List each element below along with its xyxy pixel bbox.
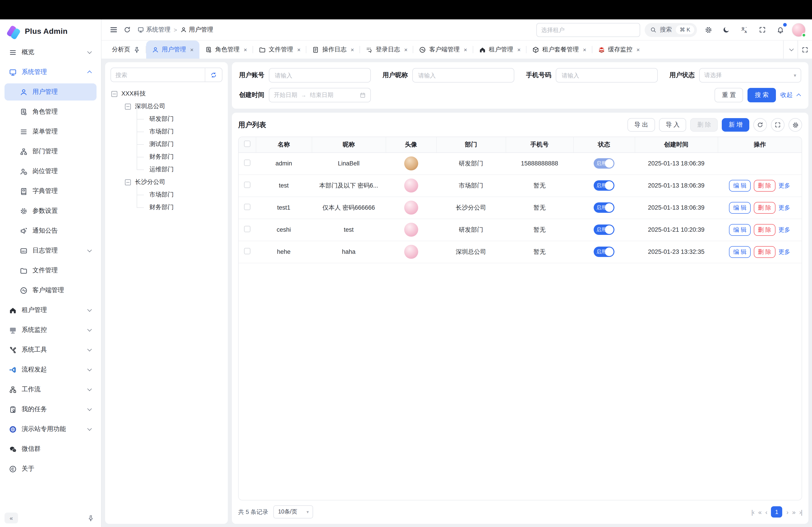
tab-role-mgmt[interactable]: 角色管理× bbox=[199, 41, 253, 59]
breadcrumb-system-mgmt[interactable]: 系统管理 bbox=[137, 26, 171, 34]
tab-tenant-mgmt[interactable]: 租户管理× bbox=[473, 41, 526, 59]
tab-operation-log[interactable]: 操作日志× bbox=[306, 41, 360, 59]
tree-node-company[interactable]: XXX科技 bbox=[111, 88, 222, 100]
sidebar-item-file-mgmt[interactable]: 文件管理 bbox=[4, 262, 97, 279]
delete-row-button[interactable]: 删 除 bbox=[754, 224, 775, 236]
reset-button[interactable]: 重 置 bbox=[715, 88, 743, 102]
edit-button[interactable]: 编 辑 bbox=[729, 180, 751, 191]
sidebar-item-system-mgmt[interactable]: 系统管理 bbox=[4, 63, 97, 81]
sidebar-item-param-settings[interactable]: 参数设置 bbox=[4, 202, 97, 220]
tree-node-market-dept2[interactable]: 市场部门 bbox=[111, 189, 222, 201]
tab-file-mgmt[interactable]: 文件管理× bbox=[253, 41, 306, 59]
edit-button[interactable]: 编 辑 bbox=[729, 202, 751, 213]
sidebar-item-menu-mgmt[interactable]: 菜单管理 bbox=[4, 123, 97, 140]
tree-node-rd-dept[interactable]: 研发部门 bbox=[111, 113, 222, 125]
collapse-box-icon[interactable] bbox=[112, 91, 117, 97]
close-icon[interactable]: × bbox=[190, 46, 193, 53]
tree-refresh-button[interactable] bbox=[205, 68, 222, 81]
sidebar-item-role-mgmt[interactable]: 角色管理 bbox=[4, 103, 97, 120]
select-all-checkbox[interactable] bbox=[244, 141, 250, 147]
row-checkbox[interactable] bbox=[244, 226, 250, 232]
sidebar-item-demo-features[interactable]: 演示站专用功能 bbox=[4, 421, 97, 438]
prev-pages-button[interactable]: « bbox=[758, 508, 762, 515]
row-checkbox[interactable] bbox=[244, 204, 250, 210]
sidebar-item-dept-mgmt[interactable]: 部门管理 bbox=[4, 143, 97, 160]
next-page-button[interactable]: › bbox=[786, 508, 788, 515]
row-checkbox[interactable] bbox=[244, 182, 250, 188]
language-button[interactable] bbox=[738, 23, 751, 36]
sidebar-item-user-mgmt[interactable]: 用户管理 bbox=[4, 84, 97, 101]
close-icon[interactable]: × bbox=[583, 46, 586, 53]
status-toggle[interactable]: 启用 bbox=[594, 225, 614, 235]
close-icon[interactable]: × bbox=[464, 46, 467, 53]
close-icon[interactable]: × bbox=[517, 46, 521, 53]
tab-dropdown-button[interactable] bbox=[783, 41, 798, 59]
last-page-button[interactable]: ›| bbox=[799, 508, 802, 515]
more-button[interactable]: 更多 bbox=[778, 182, 790, 189]
tree-node-test-dept[interactable]: 测试部门 bbox=[111, 138, 222, 151]
status-toggle[interactable]: 启用 bbox=[594, 202, 614, 213]
row-checkbox[interactable] bbox=[244, 248, 250, 254]
tab-analysis[interactable]: 分析页 bbox=[106, 41, 146, 59]
sidebar-item-system-tools[interactable]: 系统工具 bbox=[4, 341, 97, 358]
status-toggle[interactable]: 启用 bbox=[594, 158, 614, 169]
table-refresh-button[interactable] bbox=[753, 118, 767, 132]
export-button[interactable]: 导 出 bbox=[627, 118, 655, 132]
tab-tenant-package-mgmt[interactable]: 租户套餐管理× bbox=[526, 41, 592, 59]
sidebar-pin-button[interactable] bbox=[85, 513, 97, 523]
sidebar-item-flow-start[interactable]: 流程发起 bbox=[4, 361, 97, 378]
delete-row-button[interactable]: 删 除 bbox=[754, 202, 775, 213]
fullscreen-button[interactable] bbox=[756, 23, 769, 36]
content-fullscreen-button[interactable] bbox=[798, 41, 812, 59]
status-toggle[interactable]: 启用 bbox=[594, 246, 614, 257]
notifications-button[interactable] bbox=[774, 23, 787, 36]
user-account-input[interactable] bbox=[274, 72, 366, 79]
edit-button[interactable]: 编 辑 bbox=[729, 224, 751, 236]
sidebar-item-tenant-mgmt[interactable]: 租户管理 bbox=[4, 302, 97, 319]
delete-row-button[interactable]: 删 除 bbox=[754, 246, 775, 258]
more-button[interactable]: 更多 bbox=[778, 226, 790, 233]
tenant-select-input[interactable] bbox=[536, 23, 640, 37]
tree-node-shenzhen-hq[interactable]: 深圳总公司 bbox=[111, 100, 222, 113]
sidebar-collapse-button[interactable]: « bbox=[4, 513, 18, 523]
tree-node-ops-dept[interactable]: 运维部门 bbox=[111, 163, 222, 176]
row-checkbox[interactable] bbox=[244, 160, 250, 166]
more-button[interactable]: 更多 bbox=[778, 204, 790, 211]
sidebar-item-my-tasks[interactable]: 我的任务 bbox=[4, 401, 97, 418]
collapse-box-icon[interactable] bbox=[125, 104, 131, 109]
sidebar-item-notice[interactable]: 通知公告 bbox=[4, 222, 97, 239]
next-pages-button[interactable]: » bbox=[792, 508, 795, 515]
current-page[interactable]: 1 bbox=[771, 506, 782, 517]
sidebar-item-overview[interactable]: 概览 bbox=[4, 44, 97, 61]
dark-mode-button[interactable] bbox=[720, 23, 733, 36]
tab-cache-monitor[interactable]: 缓存监控× bbox=[592, 41, 646, 59]
add-button[interactable]: 新 增 bbox=[722, 118, 749, 132]
more-button[interactable]: 更多 bbox=[778, 248, 790, 255]
tab-user-mgmt[interactable]: 用户管理× bbox=[146, 41, 199, 59]
delete-button[interactable]: 删 除 bbox=[691, 118, 718, 132]
page-size-select[interactable]: 10条/页▾ bbox=[274, 506, 313, 518]
tree-search-input[interactable] bbox=[111, 72, 205, 78]
hamburger-button[interactable] bbox=[107, 23, 120, 36]
close-icon[interactable]: × bbox=[244, 46, 247, 53]
tab-login-log[interactable]: 登录日志× bbox=[360, 41, 414, 59]
status-toggle[interactable]: 启用 bbox=[594, 180, 614, 191]
sidebar-item-system-monitor[interactable]: 系统监控 bbox=[4, 321, 97, 338]
settings-button[interactable] bbox=[701, 23, 715, 36]
close-icon[interactable]: × bbox=[351, 46, 354, 53]
sidebar-item-about[interactable]: 关于 bbox=[4, 460, 97, 478]
tree-node-finance-dept[interactable]: 财务部门 bbox=[111, 151, 222, 163]
breadcrumb-user-mgmt[interactable]: 用户管理 bbox=[180, 26, 213, 34]
global-search-button[interactable]: 搜索 ⌘ K bbox=[644, 23, 697, 37]
prev-page-button[interactable]: ‹ bbox=[765, 508, 767, 515]
search-button[interactable]: 搜 索 bbox=[748, 88, 776, 102]
tree-node-market-dept[interactable]: 市场部门 bbox=[111, 125, 222, 138]
tree-node-finance-dept2[interactable]: 财务部门 bbox=[111, 201, 222, 214]
user-status-select[interactable]: 请选择▾ bbox=[699, 68, 801, 82]
close-icon[interactable]: × bbox=[404, 46, 408, 53]
tree-node-changsha-branch[interactable]: 长沙分公司 bbox=[111, 176, 222, 189]
sidebar-item-wechat-group[interactable]: 微信群 bbox=[4, 440, 97, 457]
table-fullscreen-button[interactable] bbox=[771, 118, 784, 132]
sidebar-item-workflow[interactable]: 工作流 bbox=[4, 381, 97, 398]
collapse-filter-link[interactable]: 收起 bbox=[780, 91, 801, 99]
